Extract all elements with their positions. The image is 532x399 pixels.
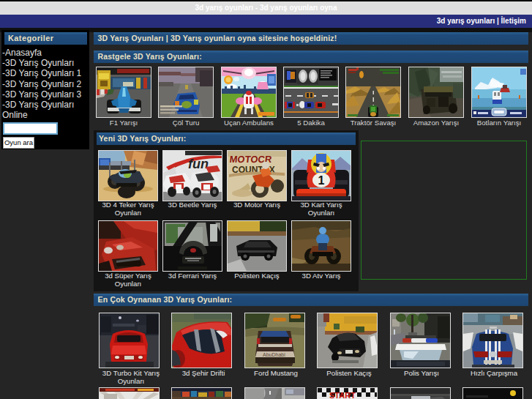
svg-text:START: START [329, 391, 356, 399]
svg-text:1: 1 [318, 174, 325, 187]
svg-text:fun: fun [188, 157, 209, 171]
svg-text:AbuDhabi: AbuDhabi [263, 352, 285, 357]
